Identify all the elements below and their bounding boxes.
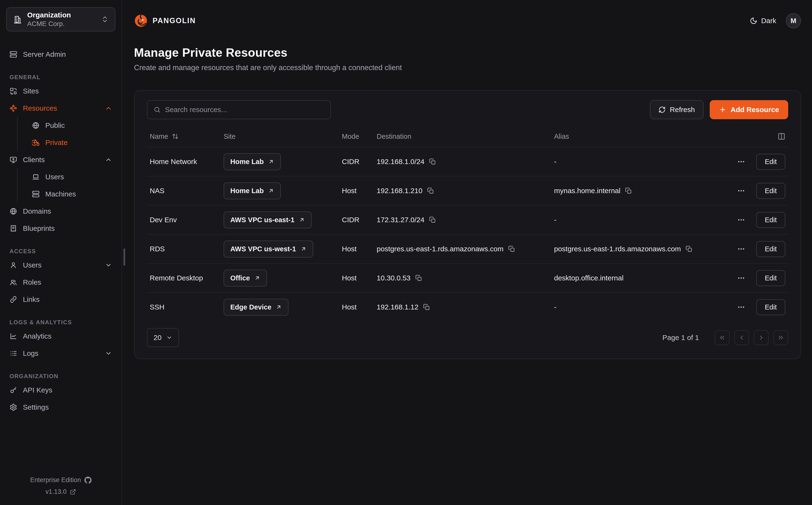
sidebar-item-sites[interactable]: Sites xyxy=(6,82,116,100)
site-link[interactable]: Edge Device xyxy=(224,299,288,316)
globe-lock-icon xyxy=(32,139,40,146)
refresh-button[interactable]: Refresh xyxy=(650,100,703,119)
row-menu-icon[interactable] xyxy=(737,274,745,282)
edit-button[interactable]: Edit xyxy=(756,270,785,286)
site-link[interactable]: Home Lab xyxy=(224,153,281,170)
external-link-icon[interactable] xyxy=(70,489,76,495)
sidebar-item-logs[interactable]: Logs xyxy=(6,345,116,362)
server-icon xyxy=(10,50,17,58)
cell-alias: - xyxy=(554,158,557,166)
previous-page-button[interactable] xyxy=(734,330,749,345)
site-link[interactable]: Home Lab xyxy=(224,182,281,199)
copy-destination-button[interactable] xyxy=(427,187,434,194)
row-menu-icon[interactable] xyxy=(737,216,745,224)
copy-destination-button[interactable] xyxy=(415,275,422,281)
pangolin-logo-icon xyxy=(134,14,148,28)
sidebar-item-client-users[interactable]: Users xyxy=(29,168,116,185)
globe-icon xyxy=(10,207,17,215)
search-input[interactable] xyxy=(165,106,324,114)
chevron-right-icon xyxy=(758,334,765,341)
table-row: RDS AWS VPC us-west-1 Host postgres.us-e… xyxy=(147,234,788,263)
last-page-button[interactable] xyxy=(773,330,788,345)
building-icon xyxy=(13,15,22,24)
sidebar-item-private[interactable]: Private xyxy=(29,134,116,151)
cell-alias: mynas.home.internal xyxy=(554,187,620,195)
cell-alias: - xyxy=(554,216,557,224)
version-label[interactable]: v1.13.0 xyxy=(45,488,67,495)
org-switcher-label: Organization xyxy=(27,11,71,19)
sidebar-item-resources[interactable]: Resources xyxy=(6,100,116,117)
sidebar-item-label: Blueprints xyxy=(23,224,55,232)
column-header-name[interactable]: Name xyxy=(150,133,224,140)
sidebar-item-public[interactable]: Public xyxy=(29,117,116,134)
copy-destination-button[interactable] xyxy=(429,216,436,223)
edit-button[interactable]: Edit xyxy=(756,241,785,257)
site-link-label: AWS VPC us-west-1 xyxy=(230,245,296,253)
github-icon[interactable] xyxy=(84,477,91,484)
row-menu-icon[interactable] xyxy=(737,303,745,311)
site-link[interactable]: Office xyxy=(224,270,267,287)
sites-icon xyxy=(10,87,17,95)
page-subtitle: Create and manage resources that are onl… xyxy=(134,63,801,72)
sidebar-item-api-keys[interactable]: API Keys xyxy=(6,381,116,399)
avatar[interactable]: M xyxy=(786,13,801,28)
org-switcher[interactable]: Organization ACME Corp. xyxy=(6,7,116,31)
copy-icon xyxy=(427,187,434,194)
add-resource-button[interactable]: Add Resource xyxy=(710,100,788,119)
sidebar-item-blueprints[interactable]: Blueprints xyxy=(6,220,116,237)
copy-alias-button[interactable] xyxy=(625,187,632,194)
row-menu-icon[interactable] xyxy=(737,158,745,166)
sidebar-item-links[interactable]: Links xyxy=(6,291,116,308)
sidebar-item-users[interactable]: Users xyxy=(6,257,116,274)
edit-button[interactable]: Edit xyxy=(756,154,785,170)
sidebar-item-analytics[interactable]: Analytics xyxy=(6,328,116,345)
chevron-up-icon xyxy=(105,105,112,112)
table-row: Remote Desktop Office Host 10.30.0.53 de… xyxy=(147,263,788,292)
sidebar-item-server-admin[interactable]: Server Admin xyxy=(6,46,116,63)
column-header-alias: Alias xyxy=(554,133,703,140)
table-row: Dev Env AWS VPC us-east-1 CIDR 172.31.27… xyxy=(147,205,788,234)
page-size-select[interactable]: 20 xyxy=(147,328,179,347)
chevron-up-icon xyxy=(105,156,112,163)
arrow-up-right-icon xyxy=(268,159,274,165)
edit-button[interactable]: Edit xyxy=(756,183,785,199)
edit-button[interactable]: Edit xyxy=(756,299,785,315)
table-row: NAS Home Lab Host 192.168.1.210 mynas.ho… xyxy=(147,176,788,205)
cell-name: Remote Desktop xyxy=(150,274,224,282)
card-toolbar: Refresh Add Resource xyxy=(147,100,788,119)
copy-alias-button[interactable] xyxy=(686,245,692,252)
add-resource-label: Add Resource xyxy=(731,106,779,114)
chevron-down-icon xyxy=(166,335,172,341)
cell-name: RDS xyxy=(150,245,224,253)
site-link-label: Office xyxy=(230,274,250,282)
copy-icon xyxy=(415,275,422,281)
column-header-site: Site xyxy=(224,133,342,140)
sidebar-scrollbar-thumb[interactable] xyxy=(124,248,125,266)
receipt-icon xyxy=(10,224,17,232)
table-header: Name Site Mode Destination Alias xyxy=(147,126,788,147)
site-link[interactable]: AWS VPC us-west-1 xyxy=(224,240,313,258)
columns-toggle-icon[interactable] xyxy=(778,133,785,140)
edit-button[interactable]: Edit xyxy=(756,212,785,228)
table-row: Home Network Home Lab CIDR 192.168.1.0/2… xyxy=(147,147,788,176)
copy-destination-button[interactable] xyxy=(429,158,436,165)
copy-destination-button[interactable] xyxy=(423,304,430,310)
sidebar-item-settings[interactable]: Settings xyxy=(6,399,116,416)
sidebar-item-label: Users xyxy=(23,261,41,269)
cell-destination: 172.31.27.0/24 xyxy=(377,216,424,224)
next-page-button[interactable] xyxy=(754,330,769,345)
first-page-button[interactable] xyxy=(715,330,730,345)
cell-destination: 192.168.1.12 xyxy=(377,303,418,311)
theme-toggle[interactable]: Dark xyxy=(750,17,776,25)
page-size-value: 20 xyxy=(154,334,161,342)
sidebar-item-roles[interactable]: Roles xyxy=(6,274,116,291)
sidebar-item-clients[interactable]: Clients xyxy=(6,151,116,168)
site-link[interactable]: AWS VPC us-east-1 xyxy=(224,211,312,228)
sidebar-item-domains[interactable]: Domains xyxy=(6,203,116,220)
monitor-up-icon xyxy=(10,156,17,164)
sidebar-item-machines[interactable]: Machines xyxy=(29,185,116,203)
row-menu-icon[interactable] xyxy=(737,187,745,195)
cell-mode: CIDR xyxy=(342,158,377,166)
row-menu-icon[interactable] xyxy=(737,245,745,253)
copy-destination-button[interactable] xyxy=(508,245,515,252)
